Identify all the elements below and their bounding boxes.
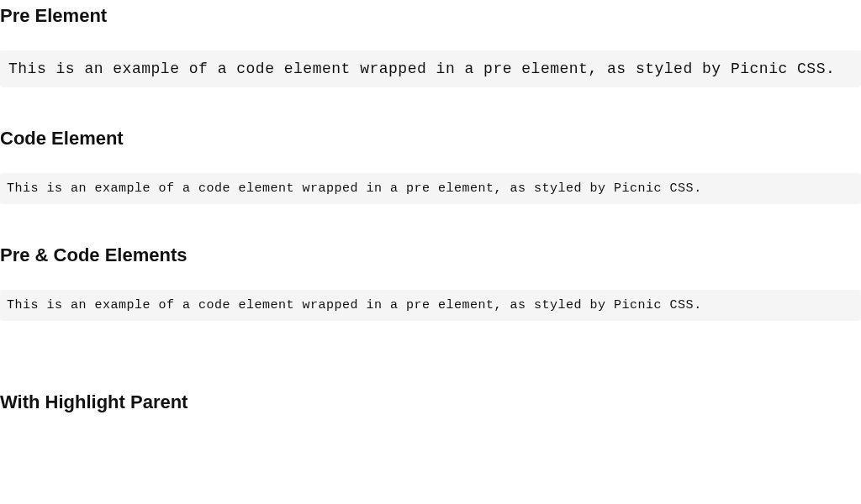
code-block-pre-and-code: This is an example of a code element wra…	[0, 290, 861, 321]
code-block-code-element: This is an example of a code element wra…	[0, 173, 861, 204]
spacer	[0, 361, 861, 386]
heading-pre-and-code: Pre & Code Elements	[0, 244, 861, 266]
heading-code-element: Code Element	[0, 128, 861, 150]
section-pre-element: Pre Element This is an example of a code…	[0, 5, 861, 87]
heading-pre-element: Pre Element	[0, 5, 861, 27]
section-highlight-parent: With Highlight Parent	[0, 391, 861, 413]
code-block-pre-element: This is an example of a code element wra…	[0, 50, 861, 87]
heading-highlight-parent: With Highlight Parent	[0, 391, 861, 413]
section-pre-and-code: Pre & Code Elements This is an example o…	[0, 244, 861, 321]
section-code-element: Code Element This is an example of a cod…	[0, 128, 861, 204]
